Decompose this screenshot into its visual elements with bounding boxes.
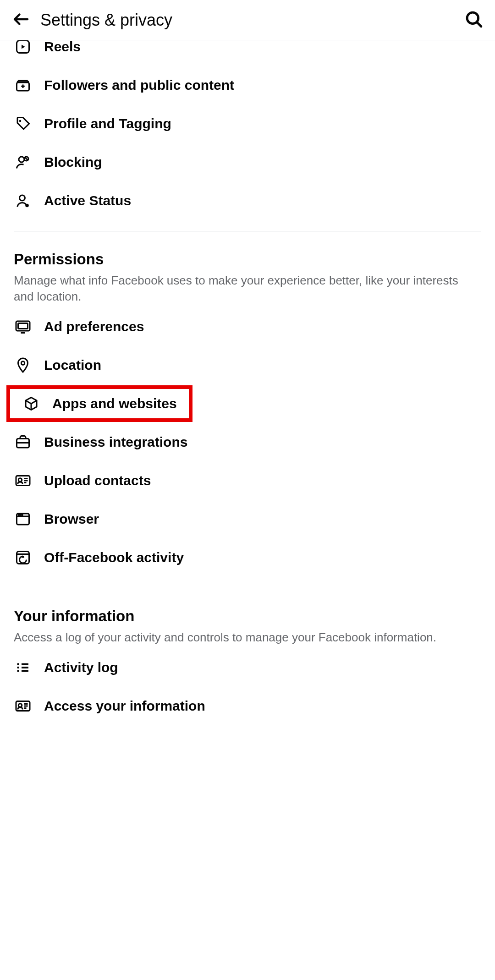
divider [14, 231, 481, 231]
section-title: Permissions [14, 251, 481, 268]
menu-label: Reels [44, 40, 81, 55]
menu-label: Upload contacts [44, 473, 151, 488]
menu-label: Off-Facebook activity [44, 550, 184, 565]
section-header-permissions: Permissions Manage what info Facebook us… [0, 242, 495, 307]
id-card-icon [14, 697, 32, 715]
menu-item-business-integrations[interactable]: Business integrations [0, 423, 495, 461]
search-icon [464, 10, 484, 31]
activity-square-icon [14, 548, 32, 567]
menu-item-apps-websites[interactable]: Apps and websites [6, 385, 192, 422]
menu-label: Followers and public content [44, 77, 234, 93]
menu-label: Active Status [44, 193, 131, 208]
section-description: Manage what info Facebook uses to make y… [14, 273, 481, 305]
back-button[interactable] [10, 9, 32, 31]
svg-point-23 [18, 704, 22, 707]
svg-point-17 [22, 515, 23, 515]
archive-plus-icon [14, 76, 32, 94]
menu-item-browser[interactable]: Browser [0, 500, 495, 538]
svg-point-20 [17, 667, 19, 669]
menu-item-followers[interactable]: Followers and public content [0, 66, 495, 104]
block-person-icon [14, 153, 32, 171]
menu-label: Access your information [44, 698, 205, 714]
menu-label: Profile and Tagging [44, 116, 171, 131]
divider [14, 588, 481, 588]
svg-point-10 [21, 361, 25, 365]
contact-card-icon [14, 471, 32, 490]
menu-item-upload-contacts[interactable]: Upload contacts [0, 461, 495, 500]
ad-icon [14, 318, 32, 336]
active-person-icon [14, 192, 32, 210]
menu-item-off-facebook[interactable]: Off-Facebook activity [0, 538, 495, 577]
svg-point-3 [19, 120, 22, 122]
pin-icon [14, 356, 32, 374]
section-header-your-info: Your information Access a log of your ac… [0, 599, 495, 648]
reels-icon [14, 40, 32, 56]
header: Settings & privacy [0, 0, 495, 40]
svg-point-16 [20, 515, 21, 515]
menu-label: Apps and websites [52, 396, 177, 411]
browser-icon [14, 510, 32, 528]
svg-point-15 [18, 515, 19, 515]
page-title: Settings & privacy [40, 11, 172, 30]
section-title: Your information [14, 608, 481, 625]
menu-item-active-status[interactable]: Active Status [0, 181, 495, 220]
menu-label: Browser [44, 511, 99, 527]
menu-item-reels[interactable]: Reels [0, 40, 94, 66]
svg-point-4 [19, 157, 24, 162]
menu-item-access-info[interactable]: Access your information [0, 687, 495, 725]
menu-label: Ad preferences [44, 319, 144, 334]
list-icon [14, 658, 32, 677]
svg-point-21 [17, 670, 19, 673]
section-description: Access a log of your activity and contro… [14, 630, 481, 646]
arrow-left-icon [11, 10, 31, 31]
menu-label: Location [44, 357, 101, 373]
search-button[interactable] [463, 9, 485, 31]
menu-item-ad-preferences[interactable]: Ad preferences [0, 307, 495, 346]
tag-icon [14, 115, 32, 133]
svg-rect-9 [18, 323, 28, 329]
svg-point-6 [20, 195, 25, 201]
menu-label: Activity log [44, 660, 118, 675]
menu-item-location[interactable]: Location [0, 346, 495, 384]
menu-label: Business integrations [44, 434, 187, 450]
cube-icon [22, 394, 40, 413]
menu-item-activity-log[interactable]: Activity log [0, 648, 495, 687]
menu-label: Blocking [44, 154, 102, 170]
svg-point-19 [17, 663, 19, 666]
briefcase-icon [14, 433, 32, 451]
svg-point-13 [18, 478, 22, 482]
menu-item-profile-tagging[interactable]: Profile and Tagging [0, 104, 495, 143]
menu-item-blocking[interactable]: Blocking [0, 143, 495, 181]
svg-point-7 [25, 204, 29, 208]
svg-rect-18 [17, 552, 29, 564]
